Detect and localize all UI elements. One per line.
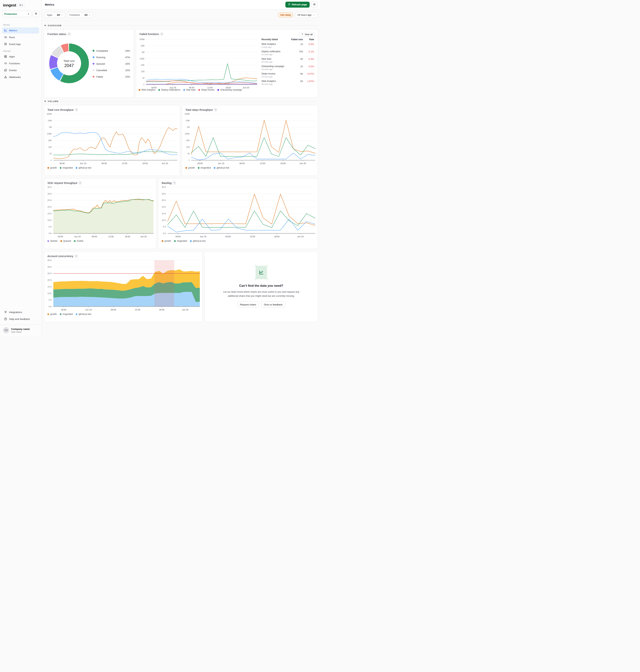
svg-text:30 K: 30 K bbox=[47, 266, 52, 268]
runs-list-icon bbox=[4, 36, 7, 39]
help-icon[interactable]: ? bbox=[75, 108, 78, 111]
company-name: Company name bbox=[11, 328, 30, 330]
apps-filter[interactable]: Apps All bbox=[44, 12, 65, 18]
environment-filter-button[interactable] bbox=[33, 11, 39, 17]
legend-item[interactable]: growth bbox=[162, 240, 171, 242]
request-charts-button[interactable]: Request charts bbox=[237, 302, 259, 308]
failed-functions-card: Failed functions? View all 100M10M1M100K… bbox=[136, 29, 318, 98]
sidebar-item-events[interactable]: Events bbox=[2, 67, 39, 73]
function-status-donut: Total runs2047 bbox=[47, 41, 91, 86]
help-icon[interactable]: ? bbox=[214, 108, 217, 111]
svg-text:Jun 20: Jun 20 bbox=[243, 86, 249, 89]
section-overview[interactable]: OVERVIEW bbox=[44, 25, 318, 27]
webhook-nodes-icon bbox=[4, 75, 7, 79]
svg-text:2047: 2047 bbox=[64, 63, 74, 68]
svg-text:15 K: 15 K bbox=[47, 286, 52, 288]
failed-function-row[interactable]: Web Analytics35 mins ago501.67% bbox=[261, 80, 314, 85]
legend-item[interactable]: github-pr-bot bbox=[214, 167, 229, 169]
help-icon[interactable]: ? bbox=[160, 33, 163, 35]
legend-item[interactable]: growth bbox=[47, 167, 57, 169]
filter-bar: Apps All Functions All 15m delay 24 hour… bbox=[42, 9, 320, 21]
legend-item[interactable]: inngestbot bbox=[198, 167, 211, 169]
legend-item[interactable]: inngestbot bbox=[60, 313, 73, 315]
help-icon[interactable]: ? bbox=[75, 255, 77, 257]
sidebar-item-functions[interactable]: Functions bbox=[2, 60, 39, 67]
failed-functions-chart-legend: Web AnalyticsDeploy notificationsNew lea… bbox=[136, 88, 318, 94]
help-icon[interactable]: ? bbox=[68, 33, 71, 35]
legend-item[interactable]: Deploy notifications bbox=[158, 88, 180, 91]
time-range-selector[interactable]: 24 hours ago bbox=[295, 12, 317, 18]
backlog-card: Backlog? 35 K30 K25 K20 K15 K10 K5 K0 K1… bbox=[158, 178, 318, 249]
svg-text:1M: 1M bbox=[142, 51, 144, 53]
user-name: User name bbox=[11, 331, 30, 333]
settings-button[interactable] bbox=[311, 1, 317, 8]
legend-item[interactable]: Queued bbox=[60, 240, 71, 242]
view-all-button[interactable]: View all bbox=[299, 32, 315, 37]
command-k-shortcut-badge[interactable]: ⌘ K bbox=[18, 3, 25, 7]
legend-item[interactable]: github-pr-bot bbox=[76, 313, 91, 315]
svg-text:0 K: 0 K bbox=[48, 232, 52, 234]
sidebar-item-event-logs[interactable]: Event logs bbox=[2, 41, 39, 47]
status-legend-item[interactable]: Running47% bbox=[92, 54, 130, 60]
sidebar-item-apps[interactable]: Apps bbox=[2, 54, 39, 60]
environment-selector[interactable]: Production bbox=[2, 11, 32, 17]
function-status-card: Function status? Total runs2047 Complete… bbox=[44, 29, 134, 98]
legend-item[interactable]: Web Analytics bbox=[139, 88, 155, 91]
sidebar-item-integrations[interactable]: Integrations bbox=[2, 309, 39, 315]
help-icon[interactable]: ? bbox=[173, 182, 176, 184]
account-switcher[interactable]: CN Company name User name bbox=[0, 325, 41, 336]
svg-text:35 K: 35 K bbox=[47, 259, 52, 261]
svg-text:06:00: 06:00 bbox=[101, 162, 107, 165]
status-legend-item[interactable]: Queued15% bbox=[92, 60, 130, 67]
status-legend-item[interactable]: Failed10% bbox=[92, 73, 130, 80]
refresh-page-button[interactable]: Refresh page bbox=[285, 2, 310, 8]
legend-item[interactable]: Ended bbox=[74, 240, 83, 242]
section-volume[interactable]: VOLUME bbox=[44, 100, 318, 102]
failed-function-row[interactable]: New lead20 mins ago400.3% bbox=[261, 58, 314, 63]
svg-text:06:00: 06:00 bbox=[111, 309, 116, 311]
legend-item[interactable]: growth bbox=[185, 167, 195, 169]
chevron-down-icon bbox=[61, 14, 63, 16]
failed-function-row[interactable]: Deploy notification10 mins ago7000.1% bbox=[261, 50, 314, 56]
account-concurrency-legend: growthinngestbotgithub-pr-bot bbox=[44, 312, 202, 318]
page-title: Metrics bbox=[45, 3, 54, 6]
sidebar-item-webhooks[interactable]: Webhooks bbox=[2, 74, 39, 80]
sidebar-item-metrics[interactable]: Metrics bbox=[2, 27, 39, 33]
legend-item[interactable]: github-pr-bot bbox=[76, 167, 91, 169]
svg-text:20 K: 20 K bbox=[162, 206, 166, 208]
feedback-body: Let our team know which charts are most … bbox=[218, 290, 305, 298]
sidebar: inngest ⌘ K Production MonitorMetricsRun… bbox=[0, 0, 42, 336]
plug-icon bbox=[4, 311, 7, 314]
svg-text:12:00: 12:00 bbox=[260, 162, 265, 165]
sidebar-item-help-and-feedback[interactable]: Help and feedback bbox=[2, 316, 39, 322]
svg-text:100: 100 bbox=[141, 70, 144, 73]
account-concurrency-chart: 35 K30 K25 K20 K15 K10 K5 K0 K18:00Jun 1… bbox=[44, 258, 202, 312]
svg-text:10K: 10K bbox=[141, 64, 144, 66]
svg-text:Jun 20: Jun 20 bbox=[140, 235, 147, 238]
legend-item[interactable]: Onboarding campaign bbox=[217, 88, 242, 91]
legend-item[interactable]: Stripe invoice bbox=[198, 88, 215, 91]
legend-item[interactable]: growth bbox=[47, 313, 57, 315]
legend-item[interactable]: inngestbot bbox=[60, 167, 73, 169]
status-legend-item[interactable]: Completed24% bbox=[92, 47, 130, 54]
collapse-triangle-icon bbox=[44, 101, 46, 102]
legend-item[interactable]: github-pr-bot bbox=[190, 240, 205, 242]
sidebar-item-runs[interactable]: Runs bbox=[2, 34, 39, 40]
functions-filter[interactable]: Functions All bbox=[67, 12, 93, 18]
dashboard-content: OVERVIEW Function status? Total runs2047… bbox=[42, 21, 320, 336]
failed-function-row[interactable]: Onboarding campaign22 mins ago100.5% bbox=[261, 65, 314, 70]
failed-function-row[interactable]: Stripe invoice25 mins ago600.07% bbox=[261, 72, 314, 78]
legend-item[interactable]: inngestbot bbox=[174, 240, 187, 242]
failed-function-row[interactable]: Web Analytics5 mins ago100.5% bbox=[261, 43, 314, 48]
svg-text:10K: 10K bbox=[186, 139, 190, 142]
legend-item[interactable]: Started bbox=[47, 240, 57, 242]
status-legend-item[interactable]: Cancelled10% bbox=[92, 67, 130, 73]
svg-text:12:00: 12:00 bbox=[108, 235, 114, 238]
help-icon[interactable]: ? bbox=[79, 182, 82, 184]
svg-text:Jun 19: Jun 19 bbox=[85, 309, 92, 311]
legend-item[interactable]: New lead bbox=[183, 88, 195, 91]
give-feedback-button[interactable]: Give us feedback bbox=[261, 302, 285, 308]
failed-functions-chart: 100M10M1M100K10K10010118:00Jun 1906:0012… bbox=[137, 38, 260, 90]
svg-text:18:00: 18:00 bbox=[175, 235, 180, 238]
updown-chevron-icon bbox=[27, 13, 30, 15]
